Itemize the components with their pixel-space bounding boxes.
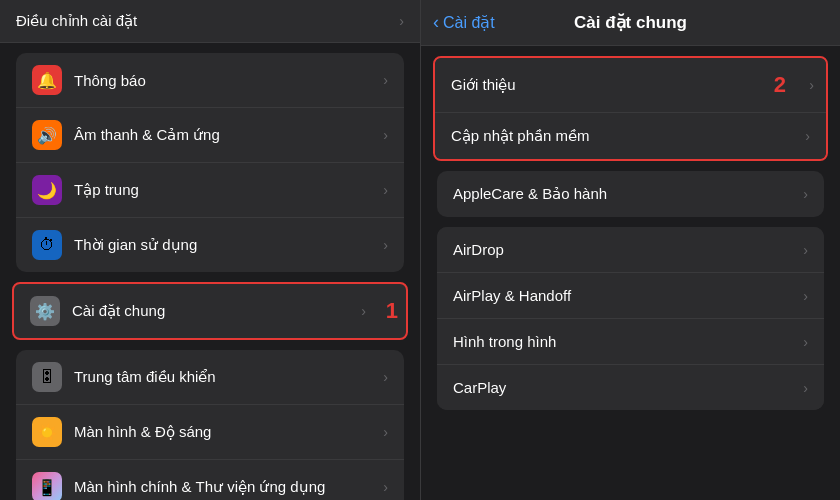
timer-icon: ⏱ xyxy=(32,230,62,260)
partial-label: Điều chỉnh cài đặt xyxy=(16,12,399,30)
cap-nhat-label: Cập nhật phần mềm xyxy=(451,127,805,145)
left-settings-list: 🔔 Thông báo › 🔊 Âm thanh & Cảm ứng › 🌙 T… xyxy=(0,43,420,500)
am-thanh-label: Âm thanh & Cảm ứng xyxy=(74,126,383,144)
chevron-icon: › xyxy=(805,128,810,144)
carplay-label: CarPlay xyxy=(453,379,803,396)
home-screen-icon: 📱 xyxy=(32,472,62,500)
right-settings-list: Giới thiệu 2 › Cập nhật phần mềm › Apple… xyxy=(421,46,840,500)
right-item-carplay[interactable]: CarPlay › xyxy=(437,365,824,410)
thong-bao-label: Thông báo xyxy=(74,72,383,89)
chevron-icon: › xyxy=(383,72,388,88)
sound-icon: 🔊 xyxy=(32,120,62,150)
sidebar-item-thong-bao[interactable]: 🔔 Thông báo › xyxy=(16,53,404,108)
sidebar-item-man-hinh-chinh[interactable]: 📱 Màn hình chính & Thư viện ứng dụng › xyxy=(16,460,404,500)
sidebar-item-am-thanh[interactable]: 🔊 Âm thanh & Cảm ứng › xyxy=(16,108,404,163)
applecare-label: AppleCare & Bảo hành xyxy=(453,185,803,203)
chevron-icon: › xyxy=(383,182,388,198)
moon-icon: 🌙 xyxy=(32,175,62,205)
right-group-3: AirDrop › AirPlay & Handoff › Hình trong… xyxy=(437,227,824,410)
partial-top-item: Điều chỉnh cài đặt › xyxy=(0,0,420,43)
chevron-icon: › xyxy=(399,13,404,29)
chevron-icon: › xyxy=(803,380,808,396)
thoi-gian-label: Thời gian sử dụng xyxy=(74,236,383,254)
chevron-icon: › xyxy=(803,334,808,350)
chevron-icon: › xyxy=(383,237,388,253)
gioi-thieu-label: Giới thiệu xyxy=(451,76,774,94)
badge-1: 1 xyxy=(386,298,398,324)
gear-icon: ⚙️ xyxy=(30,296,60,326)
man-hinh-label: Màn hình & Độ sáng xyxy=(74,423,383,441)
brightness-icon: ☀️ xyxy=(32,417,62,447)
bell-icon: 🔔 xyxy=(32,65,62,95)
right-item-applecare[interactable]: AppleCare & Bảo hành › xyxy=(437,171,824,217)
sidebar-item-man-hinh[interactable]: ☀️ Màn hình & Độ sáng › xyxy=(16,405,404,460)
left-group-2: ⚙️ Cài đặt chung › 1 xyxy=(12,282,408,340)
right-item-hinh-trong-hinh[interactable]: Hình trong hình › xyxy=(437,319,824,365)
sidebar-item-thoi-gian[interactable]: ⏱ Thời gian sử dụng › xyxy=(16,218,404,272)
back-label: Cài đặt xyxy=(443,13,495,32)
left-group-3: 🎛 Trung tâm điều khiển › ☀️ Màn hình & Đ… xyxy=(16,350,404,500)
airplay-handoff-label: AirPlay & Handoff xyxy=(453,287,803,304)
man-hinh-chinh-label: Màn hình chính & Thư viện ứng dụng xyxy=(74,478,383,496)
chevron-icon: › xyxy=(383,369,388,385)
right-item-cap-nhat[interactable]: Cập nhật phần mềm › xyxy=(435,113,826,159)
right-header-title: Cài đặt chung xyxy=(574,12,687,33)
airdrop-label: AirDrop xyxy=(453,241,803,258)
tap-trung-label: Tập trung xyxy=(74,181,383,199)
left-panel: Điều chỉnh cài đặt › 🔔 Thông báo › 🔊 Âm … xyxy=(0,0,420,500)
sidebar-item-cai-dat-chung[interactable]: ⚙️ Cài đặt chung › 1 xyxy=(14,284,406,338)
badge-2: 2 xyxy=(774,72,786,98)
back-chevron-icon: ‹ xyxy=(433,12,439,33)
left-group-1: 🔔 Thông báo › 🔊 Âm thanh & Cảm ứng › 🌙 T… xyxy=(16,53,404,272)
right-group-2: AppleCare & Bảo hành › xyxy=(437,171,824,217)
right-header: ‹ Cài đặt Cài đặt chung xyxy=(421,0,840,46)
cai-dat-chung-label: Cài đặt chung xyxy=(72,302,361,320)
right-item-airplay-handoff[interactable]: AirPlay & Handoff › xyxy=(437,273,824,319)
right-group-1: Giới thiệu 2 › Cập nhật phần mềm › xyxy=(433,56,828,161)
chevron-icon: › xyxy=(383,479,388,495)
chevron-icon: › xyxy=(803,242,808,258)
hinh-trong-hinh-label: Hình trong hình xyxy=(453,333,803,350)
chevron-icon: › xyxy=(803,186,808,202)
trung-tam-label: Trung tâm điều khiển xyxy=(74,368,383,386)
right-panel: ‹ Cài đặt Cài đặt chung Giới thiệu 2 › C… xyxy=(420,0,840,500)
back-button[interactable]: ‹ Cài đặt xyxy=(433,12,495,33)
chevron-icon: › xyxy=(361,303,366,319)
sidebar-item-trung-tam[interactable]: 🎛 Trung tâm điều khiển › xyxy=(16,350,404,405)
chevron-icon: › xyxy=(383,424,388,440)
right-item-airdrop[interactable]: AirDrop › xyxy=(437,227,824,273)
chevron-icon: › xyxy=(383,127,388,143)
sidebar-item-tap-trung[interactable]: 🌙 Tập trung › xyxy=(16,163,404,218)
chevron-icon: › xyxy=(809,77,814,93)
chevron-icon: › xyxy=(803,288,808,304)
control-center-icon: 🎛 xyxy=(32,362,62,392)
right-item-gioi-thieu[interactable]: Giới thiệu 2 › xyxy=(435,58,826,113)
